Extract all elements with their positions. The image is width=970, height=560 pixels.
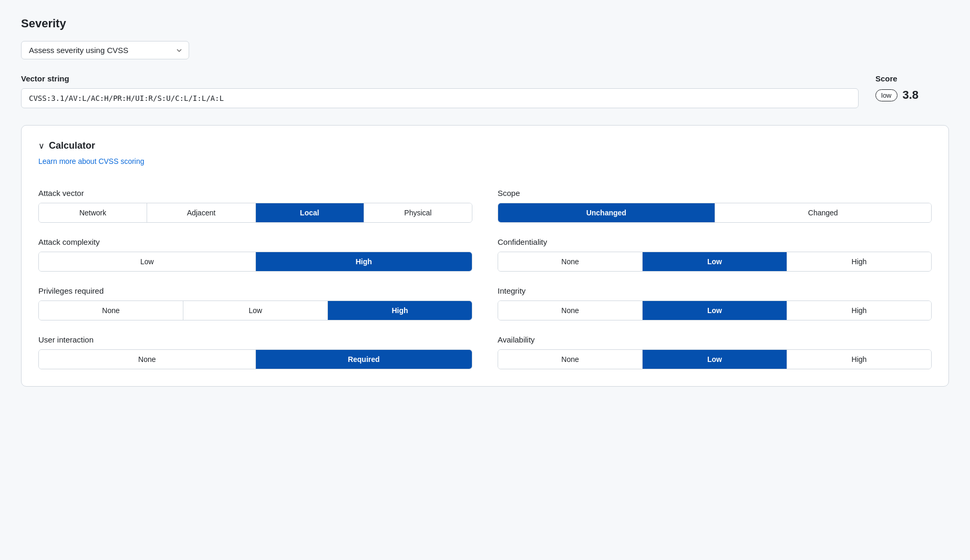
calc-group-user_interaction: User interactionNoneRequired (38, 335, 472, 369)
calc-group-privileges_required: Privileges requiredNoneLowHigh (38, 286, 472, 320)
score-display: low 3.8 (875, 88, 949, 102)
btn-availability-low[interactable]: Low (643, 350, 787, 369)
page-title: Severity (21, 17, 949, 30)
btn-group-scope: UnchangedChanged (498, 203, 932, 223)
vector-string-label: Vector string (21, 74, 859, 83)
btn-group-confidentiality: NoneLowHigh (498, 252, 932, 272)
btn-attack_vector-physical[interactable]: Physical (364, 203, 472, 222)
btn-integrity-none[interactable]: None (498, 301, 643, 320)
vector-string-input[interactable] (21, 88, 859, 108)
btn-group-attack_complexity: LowHigh (38, 252, 472, 272)
chevron-down-icon[interactable]: ∨ (38, 141, 45, 151)
score-section: Score low 3.8 (875, 74, 949, 102)
btn-attack_complexity-low[interactable]: Low (39, 252, 256, 271)
score-value: 3.8 (903, 88, 919, 102)
btn-confidentiality-high[interactable]: High (787, 252, 931, 271)
btn-scope-unchanged[interactable]: Unchanged (498, 203, 715, 222)
btn-integrity-high[interactable]: High (787, 301, 931, 320)
calc-group-label-scope: Scope (498, 189, 932, 198)
severity-select[interactable]: Assess severity using CVSSAssess severit… (21, 41, 189, 59)
calc-group-integrity: IntegrityNoneLowHigh (498, 286, 932, 320)
calc-group-label-availability: Availability (498, 335, 932, 344)
btn-availability-none[interactable]: None (498, 350, 643, 369)
calc-group-confidentiality: ConfidentialityNoneLowHigh (498, 237, 932, 272)
calculator-card: ∨ Calculator Learn more about CVSS scori… (21, 125, 949, 387)
calc-group-label-attack_complexity: Attack complexity (38, 237, 472, 246)
btn-group-user_interaction: NoneRequired (38, 349, 472, 369)
btn-attack_vector-adjacent[interactable]: Adjacent (147, 203, 255, 222)
btn-attack_complexity-high[interactable]: High (256, 252, 472, 271)
calc-group-availability: AvailabilityNoneLowHigh (498, 335, 932, 369)
calc-group-label-user_interaction: User interaction (38, 335, 472, 344)
btn-user_interaction-none[interactable]: None (39, 350, 256, 369)
btn-attack_vector-network[interactable]: Network (39, 203, 147, 222)
severity-dropdown-wrapper: Assess severity using CVSSAssess severit… (21, 41, 949, 59)
calculator-header: ∨ Calculator (38, 140, 932, 151)
btn-scope-changed[interactable]: Changed (715, 203, 932, 222)
btn-group-attack_vector: NetworkAdjacentLocalPhysical (38, 203, 472, 223)
btn-user_interaction-required[interactable]: Required (256, 350, 472, 369)
learn-more-link[interactable]: Learn more about CVSS scoring (38, 157, 145, 165)
btn-availability-high[interactable]: High (787, 350, 931, 369)
score-label: Score (875, 74, 949, 83)
calc-group-label-privileges_required: Privileges required (38, 286, 472, 295)
btn-integrity-low[interactable]: Low (643, 301, 787, 320)
calc-group-label-attack_vector: Attack vector (38, 189, 472, 198)
btn-confidentiality-none[interactable]: None (498, 252, 643, 271)
calc-group-label-integrity: Integrity (498, 286, 932, 295)
calc-group-scope: ScopeUnchangedChanged (498, 189, 932, 223)
btn-group-availability: NoneLowHigh (498, 349, 932, 369)
calculator-grid: Attack vectorNetworkAdjacentLocalPhysica… (38, 189, 932, 369)
calc-group-attack_complexity: Attack complexityLowHigh (38, 237, 472, 272)
vector-score-row: Vector string Score low 3.8 (21, 74, 949, 108)
btn-privileges_required-none[interactable]: None (39, 301, 183, 320)
btn-privileges_required-high[interactable]: High (328, 301, 472, 320)
btn-confidentiality-low[interactable]: Low (643, 252, 787, 271)
calculator-title: Calculator (49, 140, 95, 151)
btn-group-privileges_required: NoneLowHigh (38, 300, 472, 320)
btn-privileges_required-low[interactable]: Low (183, 301, 328, 320)
calc-group-attack_vector: Attack vectorNetworkAdjacentLocalPhysica… (38, 189, 472, 223)
btn-group-integrity: NoneLowHigh (498, 300, 932, 320)
calc-group-label-confidentiality: Confidentiality (498, 237, 932, 246)
vector-section: Vector string (21, 74, 859, 108)
score-badge: low (875, 89, 897, 101)
btn-attack_vector-local[interactable]: Local (256, 203, 364, 222)
